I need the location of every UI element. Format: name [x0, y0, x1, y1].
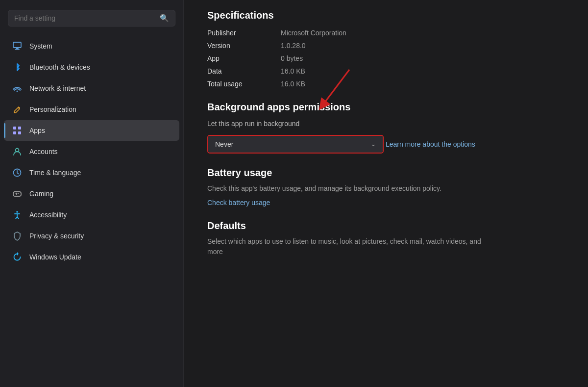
sidebar-item-system[interactable]: System: [4, 36, 179, 56]
spec-label: App: [207, 54, 271, 62]
defaults-description: Select which apps to use to listen to mu…: [207, 236, 482, 257]
check-battery-link[interactable]: Check battery usage: [207, 199, 564, 206]
privacy-icon: [12, 231, 23, 241]
sidebar-label-network: Network & internet: [29, 84, 86, 92]
sidebar: 🔍 SystemBluetooth & devicesNetwork & int…: [0, 0, 184, 387]
background-permissions-section: Background apps permissions Let this app…: [207, 102, 564, 154]
battery-usage-section: Battery usage Check this app's battery u…: [207, 167, 564, 206]
gaming-icon: [12, 188, 23, 199]
sidebar-item-bluetooth[interactable]: Bluetooth & devices: [4, 57, 179, 77]
nav-list: SystemBluetooth & devicesNetwork & inter…: [0, 35, 183, 268]
learn-more-link[interactable]: Learn more about the options: [386, 140, 475, 148]
background-section-wrapper: Background apps permissions Let this app…: [207, 102, 564, 154]
sidebar-label-time: Time & language: [29, 169, 81, 177]
battery-usage-description: Check this app's battery usage, and mana…: [207, 183, 482, 194]
bluetooth-icon: [12, 62, 23, 73]
svg-point-3: [17, 91, 18, 92]
svg-point-11: [18, 193, 19, 194]
sidebar-label-privacy: Privacy & security: [29, 232, 84, 240]
sidebar-item-personalization[interactable]: Personalization: [4, 99, 179, 120]
spec-value: 16.0 KB: [281, 67, 564, 75]
background-app-dropdown[interactable]: NeverAlwaysPower optimized (recommended): [208, 136, 383, 153]
sidebar-item-apps[interactable]: Apps: [4, 120, 179, 141]
svg-rect-0: [13, 42, 21, 48]
sidebar-item-accessibility[interactable]: Accessibility: [4, 205, 179, 225]
time-icon: [12, 167, 23, 178]
spec-table: PublisherMicrosoft CorporationVersion1.0…: [207, 29, 564, 88]
defaults-section: Defaults Select which apps to use to lis…: [207, 220, 564, 257]
spec-label: Total usage: [207, 80, 271, 88]
svg-rect-1: [16, 48, 19, 49]
sidebar-item-privacy[interactable]: Privacy & security: [4, 226, 179, 246]
spec-value: 16.0 KB: [281, 80, 564, 88]
svg-rect-4: [13, 127, 16, 129]
sidebar-label-system: System: [29, 42, 52, 50]
search-icon: 🔍: [160, 14, 169, 23]
sidebar-label-accessibility: Accessibility: [29, 211, 67, 219]
battery-usage-title: Battery usage: [207, 167, 564, 179]
dropdown-container[interactable]: NeverAlwaysPower optimized (recommended)…: [208, 136, 383, 153]
dropdown-wrapper[interactable]: NeverAlwaysPower optimized (recommended)…: [207, 135, 384, 154]
accounts-icon: [12, 146, 23, 157]
spec-value: 1.0.28.0: [281, 42, 564, 50]
sidebar-item-time[interactable]: Time & language: [4, 162, 179, 183]
search-box[interactable]: 🔍: [8, 10, 175, 26]
sidebar-label-apps: Apps: [29, 127, 45, 134]
svg-rect-7: [18, 131, 21, 134]
sidebar-label-personalization: Personalization: [29, 105, 76, 113]
bg-permissions-title: Background apps permissions: [207, 102, 564, 113]
accessibility-icon: [12, 209, 23, 220]
bg-run-label: Let this app run in background: [207, 120, 564, 128]
sidebar-label-bluetooth: Bluetooth & devices: [29, 63, 90, 71]
svg-rect-5: [18, 127, 21, 129]
svg-rect-6: [13, 131, 16, 134]
defaults-title: Defaults: [207, 220, 564, 232]
svg-rect-2: [15, 49, 20, 50]
apps-icon: [12, 125, 23, 136]
specifications-section: Specifications PublisherMicrosoft Corpor…: [207, 0, 564, 88]
spec-label: Version: [207, 42, 271, 50]
svg-point-12: [16, 211, 18, 213]
main-content: Specifications PublisherMicrosoft Corpor…: [184, 0, 588, 387]
sidebar-label-update: Windows Update: [29, 253, 81, 261]
update-icon: [12, 252, 23, 262]
sidebar-item-network[interactable]: Network & internet: [4, 78, 179, 99]
sidebar-item-accounts[interactable]: Accounts: [4, 141, 179, 162]
specifications-title: Specifications: [207, 10, 564, 21]
system-icon: [12, 41, 23, 52]
spec-value: 0 bytes: [281, 54, 564, 62]
sidebar-item-gaming[interactable]: Gaming: [4, 183, 179, 204]
spec-label: Publisher: [207, 29, 271, 37]
personalization-icon: [12, 104, 23, 115]
sidebar-item-update[interactable]: Windows Update: [4, 247, 179, 267]
spec-label: Data: [207, 67, 271, 75]
sidebar-label-accounts: Accounts: [29, 148, 58, 155]
network-icon: [12, 83, 23, 94]
spec-value: Microsoft Corporation: [281, 29, 564, 37]
sidebar-label-gaming: Gaming: [29, 190, 53, 198]
search-input[interactable]: [14, 14, 157, 22]
